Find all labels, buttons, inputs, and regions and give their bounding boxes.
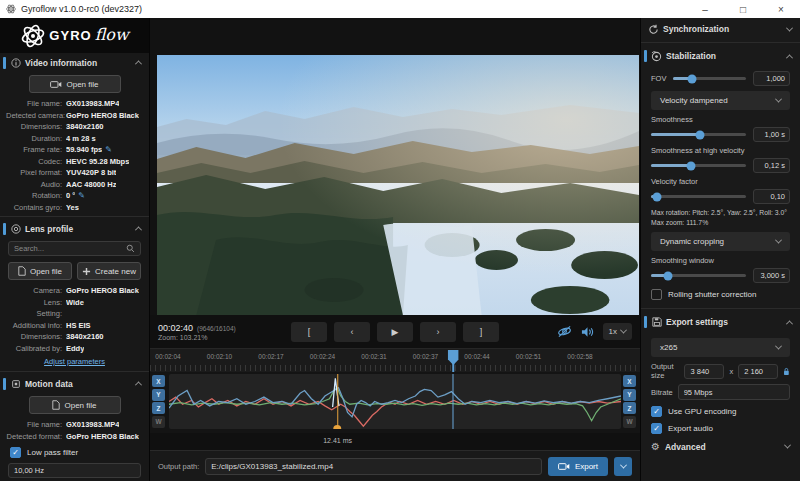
smoothing-window-slider[interactable]	[651, 274, 746, 277]
volume-icon[interactable]	[581, 326, 594, 338]
file-icon	[52, 400, 60, 410]
axis-toggle-z[interactable]: Z	[623, 402, 636, 414]
section-synchronization[interactable]: Synchronization	[641, 18, 800, 40]
expand-chevron-icon[interactable]	[786, 24, 793, 31]
left-sidebar: GYROflow Video information Open file Fil…	[0, 18, 150, 481]
axis-toggle-z[interactable]: Z	[152, 402, 165, 414]
field-label: Frame rate:	[6, 145, 66, 154]
smoothness-hv-value[interactable]: 0,12 s	[753, 158, 790, 173]
cropping-mode-dropdown[interactable]: Dynamic cropping	[651, 232, 790, 251]
codec-dropdown[interactable]: x265	[651, 338, 790, 357]
section-motion-data[interactable]: Motion data	[0, 374, 149, 393]
sync-point-marker[interactable]	[337, 374, 339, 429]
prev-frame-button[interactable]: ‹	[334, 322, 370, 342]
timeline-timestamp: 00:02:31	[361, 353, 386, 360]
video-open-file-button[interactable]: Open file	[29, 75, 121, 93]
max-rotation-note: Max rotation: Pitch: 2.5°, Yaw: 2.5°, Ro…	[651, 208, 790, 217]
field-row: Detected camera:GoPro HERO8 Black	[6, 110, 143, 122]
section-export-settings[interactable]: Export settings	[641, 311, 800, 333]
collapse-chevron-icon[interactable]	[786, 320, 793, 327]
accent-bar	[644, 316, 647, 328]
next-frame-button[interactable]: ›	[420, 322, 456, 342]
fov-value[interactable]: 1,000	[753, 71, 790, 86]
button-label: Export	[575, 462, 598, 471]
edit-icon[interactable]: ✎	[105, 146, 112, 154]
video-preview[interactable]	[150, 18, 640, 315]
field-row: Pixel format:YUV420P 8 bit	[6, 167, 143, 179]
size-times: x	[729, 367, 733, 376]
gpu-encoding-checkbox[interactable]: ✓	[651, 406, 662, 417]
velocity-factor-slider[interactable]	[651, 195, 746, 198]
sync-point-handle[interactable]	[334, 425, 342, 429]
minimize-button[interactable]: –	[686, 0, 724, 18]
axis-toggle-x[interactable]: X	[623, 375, 636, 387]
advanced-section-toggle[interactable]: ⚙ Advanced	[651, 441, 790, 452]
adjust-parameters-link[interactable]: Adjust parameters	[0, 357, 149, 366]
field-value: 3840x2160	[66, 332, 104, 341]
playhead-stem	[453, 363, 455, 372]
output-height-input[interactable]	[738, 364, 778, 379]
field-label: Calibrated by:	[6, 344, 66, 353]
collapse-chevron-icon[interactable]	[135, 60, 142, 67]
axis-toggle-y[interactable]: Y	[623, 389, 636, 401]
fov-slider[interactable]	[673, 77, 746, 80]
export-audio-checkbox[interactable]: ✓	[651, 423, 662, 434]
gyro-plot[interactable]	[169, 374, 621, 429]
lens-fields: Camera:GoPro HERO8 BlackLens:WideSetting…	[0, 283, 149, 355]
trim-end-button[interactable]: ]	[463, 322, 499, 342]
section-title: Video information	[25, 58, 97, 68]
maximize-button[interactable]: □	[724, 0, 762, 18]
export-options-dropdown[interactable]	[614, 457, 632, 476]
edit-icon[interactable]: ✎	[78, 192, 85, 200]
rolling-shutter-checkbox[interactable]: ✓	[651, 289, 662, 300]
lens-create-new-button[interactable]: Create new	[77, 262, 141, 280]
field-label: File name:	[6, 420, 66, 429]
close-button[interactable]: ×	[762, 0, 800, 18]
divider	[0, 371, 149, 372]
smoothness-slider[interactable]	[651, 133, 746, 136]
playback-speed-dropdown[interactable]: 1x	[603, 323, 632, 340]
smoothness-hv-slider[interactable]	[651, 164, 746, 167]
motion-open-file-button[interactable]: Open file	[29, 396, 121, 414]
output-path-input[interactable]	[205, 458, 542, 475]
axis-toggle-x[interactable]: X	[152, 375, 165, 387]
timeline-ruler[interactable]: 00:02:0400:02:1000:02:1700:02:2400:02:31…	[150, 348, 640, 372]
field-value: HEVC 95.28 Mbps	[66, 157, 129, 166]
collapse-chevron-icon[interactable]	[135, 226, 142, 233]
axis-toggle-w[interactable]: W	[152, 416, 165, 428]
output-path-row: Output path: Export	[150, 450, 640, 481]
frame-counter: (9646/16104)	[197, 325, 236, 332]
dropdown-value: x265	[660, 343, 677, 352]
section-video-information[interactable]: Video information	[0, 53, 149, 72]
lock-ratio-icon[interactable]	[783, 366, 790, 377]
lens-search-input[interactable]	[14, 244, 122, 253]
field-label: Detected camera:	[6, 111, 66, 120]
lens-search[interactable]	[8, 241, 141, 256]
bitrate-input[interactable]	[678, 384, 790, 400]
axis-toggle-y[interactable]: Y	[152, 389, 165, 401]
section-stabilization[interactable]: Stabilization	[641, 45, 800, 67]
smoothing-window-value[interactable]: 3,000 s	[753, 268, 790, 283]
low-pass-frequency-input[interactable]	[8, 463, 141, 478]
field-value: GX013983.MP4	[66, 420, 119, 429]
velocity-factor-value[interactable]: 0,10	[753, 189, 790, 204]
export-button[interactable]: Export	[548, 457, 608, 476]
sync-label-row: 12.41 ms	[150, 433, 640, 450]
lens-open-file-button[interactable]: Open file	[8, 262, 72, 280]
low-pass-filter-checkbox[interactable]: ✓	[10, 447, 21, 458]
stabilization-toggle-icon[interactable]	[557, 325, 572, 338]
axis-toggle-w[interactable]: W	[623, 416, 636, 428]
play-button[interactable]: ▶	[377, 322, 413, 342]
zoom-level: Zoom: 103.21%	[158, 334, 236, 341]
collapse-chevron-icon[interactable]	[135, 381, 142, 388]
field-row: File name:GX013983.MP4	[6, 98, 143, 110]
section-lens-profile[interactable]: Lens profile	[0, 219, 149, 238]
output-width-input[interactable]	[684, 364, 724, 379]
smoothness-value[interactable]: 1,00 s	[753, 127, 790, 142]
smoothness-label: Smoothness	[651, 115, 790, 124]
smoothing-method-dropdown[interactable]: Velocity dampened	[651, 91, 790, 110]
field-label: Pixel format:	[6, 168, 66, 177]
collapse-chevron-icon[interactable]	[786, 54, 793, 61]
search-icon	[126, 244, 135, 253]
trim-start-button[interactable]: [	[291, 322, 327, 342]
